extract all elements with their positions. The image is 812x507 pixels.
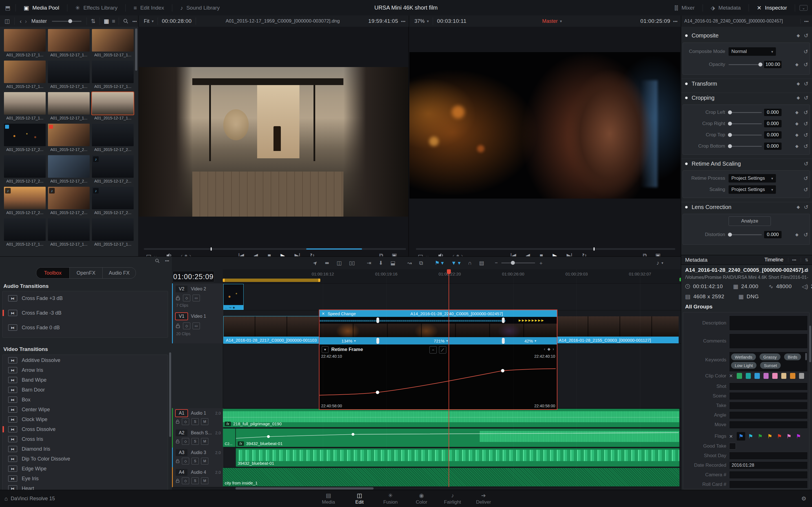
source-zoom-dropdown[interactable]: Fit — [144, 18, 154, 24]
media-clip[interactable]: A01_2015-12-17_1... — [4, 218, 46, 246]
transition-item[interactable]: ⧓Clock Wipe — [3, 416, 168, 422]
marker-tool[interactable]: ▼ ▾ — [451, 260, 461, 266]
media-clip[interactable]: A01_2015-12-17_1... — [92, 61, 134, 89]
lock-icon[interactable] — [175, 323, 180, 328]
media-clip[interactable]: ♪A01_2015-12-17_2... — [92, 155, 134, 183]
music-note-icon[interactable]: ♪ — [656, 260, 659, 266]
track-header-a4[interactable]: A4Audio 42.0 ◇ S M — [172, 467, 224, 487]
clip-color-swatch[interactable] — [763, 373, 769, 379]
media-clip[interactable]: ♪A01_2015-12-17_2... — [92, 187, 134, 215]
keyword-chip[interactable]: Low Light — [731, 362, 756, 369]
keyframe-icon[interactable]: ◆ — [797, 205, 800, 210]
track-header-a1[interactable]: A1Audio 12.0 ◇ S M — [172, 408, 224, 428]
in-out-range-bar[interactable] — [223, 279, 320, 282]
shot-field[interactable] — [729, 383, 808, 390]
metadata-options-icon[interactable]: ••• — [788, 258, 797, 262]
keyword-chip[interactable]: Sunset — [760, 362, 781, 369]
search-icon[interactable] — [123, 18, 129, 24]
retime-section-header[interactable]: Retime And Scaling ↺ — [681, 159, 812, 168]
track-badge-a3[interactable]: A3 — [175, 449, 188, 456]
auto-select-icon[interactable]: ◇ — [182, 438, 189, 445]
track-a4-lane[interactable]: city from inside_1 — [223, 467, 681, 487]
mute-button[interactable]: M — [201, 458, 208, 464]
speed-handle[interactable] — [502, 338, 505, 344]
opacity-value[interactable]: 100.00 — [764, 61, 781, 68]
track-badge-a1[interactable]: A1 — [175, 410, 188, 416]
track-badge-a2[interactable]: A2 — [175, 430, 188, 436]
cropping-section-header[interactable]: Cropping ◆↺ — [681, 93, 812, 103]
track-header-a3[interactable]: A3Audio 32.0 ◇ S M — [172, 448, 224, 467]
selection-mode-tool[interactable]: ➤ — [311, 259, 319, 267]
keyframe-icon[interactable]: ◆ — [795, 62, 799, 67]
speed-segment[interactable]: 134% — [319, 337, 378, 344]
date-recorded-field[interactable]: 2016:01:28 — [729, 461, 808, 469]
scene-field[interactable] — [729, 392, 808, 400]
trim-edit-mode-tool[interactable]: ⬌ — [325, 260, 329, 266]
mute-button[interactable]: M — [201, 418, 208, 425]
keyword-chip[interactable]: Birds — [784, 353, 801, 360]
media-clip[interactable]: A01_2015-12-17_1... — [4, 29, 46, 57]
keyframe-icon[interactable]: ◆ — [797, 95, 800, 100]
solo-button[interactable]: S — [192, 418, 199, 425]
lens-enable-dot[interactable] — [685, 206, 688, 209]
retime-curve[interactable] — [319, 344, 556, 408]
auto-select-icon[interactable]: ◇ — [183, 323, 190, 329]
media-clip[interactable]: ♪A01_2015-12-17_2... — [48, 187, 90, 215]
retime-handle[interactable] — [502, 318, 505, 323]
camera-field[interactable] — [729, 471, 808, 479]
transition-item[interactable]: ⧓Diamond Iris — [3, 446, 168, 452]
zoom-out-icon[interactable]: − — [495, 260, 498, 266]
retime-handle[interactable] — [376, 318, 379, 323]
distortion-slider[interactable] — [728, 234, 762, 235]
clip-color-swatch[interactable] — [755, 373, 760, 379]
take-field[interactable] — [729, 402, 808, 409]
close-icon[interactable]: ✕ — [322, 312, 325, 316]
media-clip-selected[interactable]: A01_2015-12-17_1... — [92, 92, 134, 120]
crop-top-slider[interactable] — [728, 135, 762, 135]
keywords-scrollbar[interactable] — [805, 353, 807, 360]
transition-item[interactable]: ⧓Box — [3, 397, 168, 403]
lock-icon[interactable] — [175, 478, 180, 483]
media-clip[interactable]: A01_2015-12-17_2... — [4, 124, 46, 152]
speed-change-group[interactable]: ✕ Speed Change A14_2016-01-28_2240_C0005… — [319, 309, 557, 410]
keywords-field[interactable]: Wetlands Grassy Birds Low Light Sunset — [729, 351, 808, 372]
settings-gear-icon[interactable]: ⚙ — [801, 496, 806, 501]
media-clip[interactable]: A01_2015-12-17_1... — [48, 29, 90, 57]
timeline-scrub-playhead[interactable] — [594, 247, 595, 251]
edit-index-toggle[interactable]: ≡Edit Index — [126, 0, 172, 15]
media-clip[interactable]: ♪A01_2015-12-17_2... — [4, 187, 46, 215]
distortion-value[interactable]: 0.000 — [764, 231, 781, 238]
flag-icon[interactable]: ⚑ — [796, 433, 801, 440]
retime-curve-tool[interactable]: ↝ — [407, 260, 412, 266]
flag-icon[interactable]: ⚑ — [748, 433, 753, 440]
back-icon[interactable]: ‹ — [20, 18, 22, 24]
tab-toolbox[interactable]: Toolbox — [36, 268, 69, 278]
source-scrub-bar[interactable] — [144, 248, 406, 250]
timeline-current-timecode[interactable]: 01:00:25:09 — [172, 271, 214, 282]
flags-clear-icon[interactable]: ✕ — [729, 434, 733, 439]
link-clips-tool[interactable]: ⧉ — [419, 260, 423, 266]
video-clip-v1-left[interactable]: A14_2016-01-28_2217_C0000_[000000-001103… — [223, 316, 319, 343]
track-header-v1[interactable]: V1Video 1 ◇ ▭ 20 Clips — [172, 310, 224, 344]
media-clip[interactable]: A01_2015-12-17_1... — [92, 218, 134, 246]
transition-item[interactable]: ⧓Eye Iris — [3, 475, 168, 482]
crop-top-value[interactable]: 0.000 — [764, 131, 781, 138]
track-a1-lane[interactable]: fx218_full_pilgrimage_0190 — [223, 408, 681, 428]
angle-field[interactable] — [729, 411, 808, 419]
reset-icon[interactable]: ↺ — [804, 33, 808, 39]
auto-select-icon[interactable]: ◇ — [182, 477, 189, 484]
transition-item[interactable]: ⧓Cross Fade -3 dB — [3, 310, 168, 316]
good-take-checkbox[interactable] — [729, 443, 736, 450]
composite-enable-dot[interactable] — [685, 34, 688, 37]
track-a3-lane[interactable]: 39432_bluebeat-01 — [223, 448, 681, 467]
scaling-dropdown[interactable]: Project Settings — [728, 185, 776, 194]
video-clip-v1-right[interactable]: A14_2016-01-28_2155_C0003_[000000-001127… — [557, 316, 679, 343]
media-clip[interactable]: A01_2015-12-17_1... — [48, 92, 90, 120]
auto-select-icon[interactable]: ◇ — [182, 418, 189, 425]
keyword-chip[interactable]: Grassy — [760, 353, 780, 360]
comments-field[interactable] — [729, 334, 808, 349]
track-badge-v2[interactable]: V2 — [175, 286, 188, 292]
chevron-down-icon[interactable]: ▾ — [661, 261, 663, 265]
track-header-v2[interactable]: V2Video 2 ◇ ▭ 7 Clips — [172, 283, 224, 311]
forward-icon[interactable]: › — [25, 18, 27, 24]
